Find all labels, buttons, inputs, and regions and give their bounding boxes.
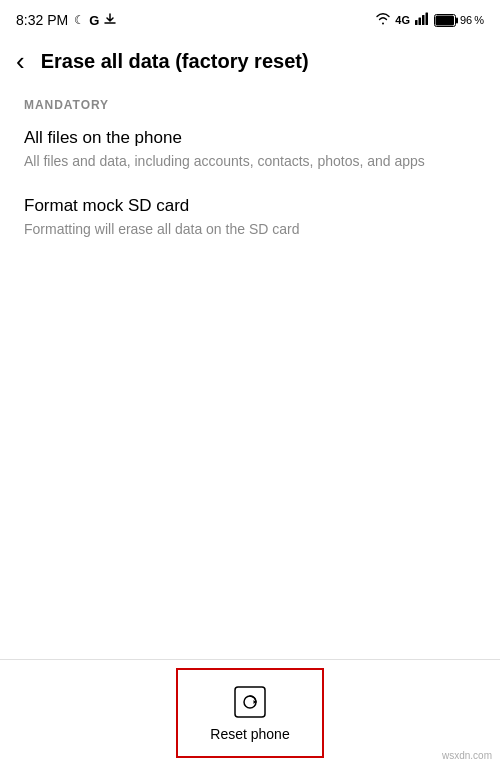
- status-time: 8:32 PM: [16, 12, 68, 28]
- page-title: Erase all data (factory reset): [41, 49, 309, 73]
- wifi-icon: [375, 11, 391, 29]
- svg-rect-7: [235, 687, 265, 717]
- svg-rect-5: [456, 17, 458, 23]
- signal-bars-icon: [414, 11, 430, 29]
- list-item-title-files: All files on the phone: [24, 128, 476, 148]
- svg-rect-3: [425, 13, 428, 26]
- list-item-title-sdcard: Format mock SD card: [24, 196, 476, 216]
- moon-icon: ☾: [74, 13, 85, 27]
- download-icon: [103, 12, 117, 29]
- watermark: wsxdn.com: [442, 750, 492, 761]
- status-bar-right: 4G 96%: [375, 11, 484, 29]
- reset-phone-label: Reset phone: [210, 726, 289, 742]
- status-icons-left: ☾ G: [74, 12, 117, 29]
- status-bar-left: 8:32 PM ☾ G: [16, 12, 117, 29]
- google-icon: G: [89, 13, 99, 28]
- battery-percent: 96: [460, 14, 472, 26]
- svg-rect-2: [422, 15, 425, 25]
- svg-rect-0: [415, 20, 418, 25]
- svg-rect-6: [435, 15, 454, 25]
- status-bar: 8:32 PM ☾ G 4G: [0, 0, 500, 36]
- svg-rect-1: [418, 18, 421, 26]
- battery-icon: 96%: [434, 14, 484, 27]
- reset-phone-button[interactable]: Reset phone: [176, 668, 324, 758]
- list-item-subtitle-files: All files and data, including accounts, …: [24, 152, 476, 172]
- list-item-subtitle-sdcard: Formatting will erase all data on the SD…: [24, 220, 476, 240]
- list-item: All files on the phone All files and dat…: [24, 128, 476, 172]
- content: MANDATORY All files on the phone All fil…: [0, 90, 500, 239]
- reset-phone-icon: [232, 684, 268, 720]
- back-button[interactable]: ‹: [16, 48, 25, 74]
- bottom-bar: Reset phone: [0, 659, 500, 765]
- network-4g-icon: 4G: [395, 14, 410, 26]
- section-label: MANDATORY: [24, 98, 476, 112]
- header: ‹ Erase all data (factory reset): [0, 36, 500, 90]
- list-item-sdcard: Format mock SD card Formatting will eras…: [24, 196, 476, 240]
